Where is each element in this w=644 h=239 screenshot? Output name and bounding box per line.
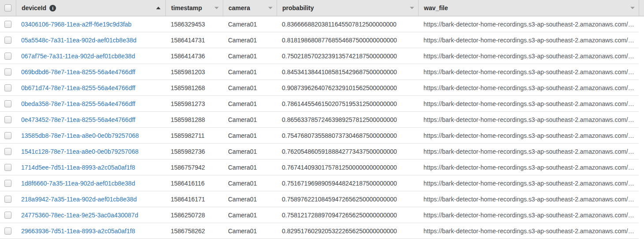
table-header: deviceId i timestamp camera probability …: [0, 0, 644, 16]
row-filler-cell: [639, 64, 644, 80]
row-filler-cell: [639, 112, 644, 128]
chevron-down-icon[interactable]: [214, 7, 219, 9]
device-id-link[interactable]: 0beda358-78e7-11ea-8255-56a4e4766dff: [21, 100, 135, 107]
probability-cell: 0.86563378572463989257812500000000: [277, 112, 418, 128]
row-filler-cell: [639, 191, 644, 207]
device-id-link[interactable]: 29663936-7d51-11ea-8993-a2c05a0af1f8: [21, 228, 135, 235]
device-id-link[interactable]: 0e473452-78e7-11ea-8255-56a4e4766dff: [21, 116, 135, 123]
camera-cell: Camera01: [223, 96, 277, 112]
column-header-timestamp[interactable]: timestamp: [165, 0, 223, 16]
chevron-down-icon[interactable]: [410, 7, 414, 9]
column-label-timestamp: timestamp: [171, 4, 202, 11]
select-all-cell: [0, 0, 16, 16]
row-checkbox[interactable]: [4, 228, 11, 235]
table-row: 05a5548c-7a31-11ea-902d-aef01cb8e38d 158…: [0, 32, 644, 48]
row-checkbox[interactable]: [4, 148, 11, 155]
column-header-probability[interactable]: probability: [277, 0, 418, 16]
device-id-link[interactable]: 069bdbd6-78e7-11ea-8255-56a4e4766dff: [21, 68, 135, 76]
wav-file-cell: https://bark-detector-home-recordings.s3…: [418, 64, 639, 80]
device-id-link[interactable]: 067af75e-7a31-11ea-902d-aef01cb8e38d: [21, 53, 135, 60]
probability-cell: 0.75167196989059448242187500000000: [277, 175, 418, 191]
column-label-camera: camera: [228, 4, 250, 11]
row-filler-cell: [639, 16, 644, 32]
select-all-checkbox[interactable]: [4, 4, 11, 11]
chevron-down-icon[interactable]: [268, 7, 273, 9]
row-checkbox[interactable]: [4, 100, 11, 107]
row-checkbox[interactable]: [4, 116, 11, 123]
probability-cell: 0.90873962640762329101562500000000: [277, 80, 418, 96]
column-header-deviceid[interactable]: deviceId i: [16, 0, 165, 16]
table-row: 069bdbd6-78e7-11ea-8255-56a4e4766dff 158…: [0, 64, 644, 80]
chevron-down-icon[interactable]: [630, 7, 635, 9]
items-table: deviceId i timestamp camera probability …: [0, 0, 644, 239]
row-checkbox[interactable]: [4, 84, 11, 91]
camera-cell: Camera01: [223, 128, 277, 144]
sort-ascending-icon: [156, 7, 161, 9]
timestamp-cell: 1585981203: [165, 64, 223, 80]
column-label-probability: probability: [282, 4, 314, 11]
row-filler-cell: [639, 223, 644, 239]
table-row: 13585db8-78e7-11ea-a8e0-0e0b79257068 158…: [0, 128, 644, 144]
table-row: 1d8f6660-7a35-11ea-902d-aef01cb8e38d 158…: [0, 175, 644, 191]
camera-cell: Camera01: [223, 191, 277, 207]
timestamp-cell: 1586329453: [165, 16, 223, 32]
row-filler-cell: [639, 159, 644, 175]
table-row: 218a9942-7a35-11ea-902d-aef01cb8e38d 158…: [0, 191, 644, 207]
probability-cell: 0.76741409301757812500000000000000: [277, 159, 418, 175]
probability-cell: 0.81819868087768554687500000000000: [277, 32, 418, 48]
probability-cell: 0.75476807355880737304687500000000: [277, 128, 418, 144]
wav-file-cell: https://bark-detector-home-recordings.s3…: [418, 128, 639, 144]
row-checkbox[interactable]: [4, 37, 11, 44]
timestamp-cell: 1585981268: [165, 80, 223, 96]
probability-cell: 0.83666688203811645507812500000000: [277, 16, 418, 32]
row-filler-cell: [639, 80, 644, 96]
wav-file-cell: https://bark-detector-home-recordings.s3…: [418, 207, 639, 223]
row-filler-cell: [639, 96, 644, 112]
timestamp-cell: 1585981288: [165, 112, 223, 128]
device-id-link[interactable]: 24775360-78ec-11ea-9e25-3ac0a430087d: [21, 212, 138, 219]
device-id-link[interactable]: 218a9942-7a35-11ea-902d-aef01cb8e38d: [21, 196, 137, 203]
table-row: 0e473452-78e7-11ea-8255-56a4e4766dff 158…: [0, 112, 644, 128]
row-checkbox[interactable]: [4, 68, 11, 76]
device-id-link[interactable]: 1714d5ee-7d51-11ea-8993-a2c05a0af1f8: [21, 164, 135, 171]
camera-cell: Camera01: [223, 32, 277, 48]
device-id-link[interactable]: 1541c128-78e7-11ea-a8e0-0e0b79257068: [21, 148, 139, 155]
table-row: 0beda358-78e7-11ea-8255-56a4e4766dff 158…: [0, 96, 644, 112]
timestamp-cell: 1586416171: [165, 191, 223, 207]
row-checkbox[interactable]: [4, 53, 11, 60]
row-checkbox[interactable]: [4, 21, 11, 28]
row-filler-cell: [639, 128, 644, 144]
row-checkbox[interactable]: [4, 164, 11, 171]
row-checkbox[interactable]: [4, 132, 11, 139]
timestamp-cell: 1586414731: [165, 32, 223, 48]
device-id-link[interactable]: 1d8f6660-7a35-11ea-902d-aef01cb8e38d: [21, 180, 135, 187]
probability-cell: 0.76205486059188842773437500000000: [277, 144, 418, 159]
row-filler-cell: [639, 32, 644, 48]
wav-file-cell: https://bark-detector-home-recordings.s3…: [418, 112, 639, 128]
wav-file-cell: https://bark-detector-home-recordings.s3…: [418, 159, 639, 175]
row-checkbox[interactable]: [4, 196, 11, 203]
probability-cell: 0.78614455461502075195312500000000: [277, 96, 418, 112]
camera-cell: Camera01: [223, 144, 277, 159]
device-id-link[interactable]: 03406106-7968-11ea-a2ff-f6e19c9d3fab: [21, 21, 131, 28]
row-checkbox[interactable]: [4, 212, 11, 219]
row-filler-cell: [639, 48, 644, 64]
timestamp-cell: 1586414736: [165, 48, 223, 64]
wav-file-cell: https://bark-detector-home-recordings.s3…: [418, 80, 639, 96]
camera-cell: Camera01: [223, 223, 277, 239]
device-id-link[interactable]: 13585db8-78e7-11ea-a8e0-0e0b79257068: [21, 132, 139, 139]
row-checkbox[interactable]: [4, 180, 11, 187]
timestamp-cell: 1586757942: [165, 159, 223, 175]
device-id-link[interactable]: 05a5548c-7a31-11ea-902d-aef01cb8e38d: [21, 37, 136, 44]
table-row: 03406106-7968-11ea-a2ff-f6e19c9d3fab 158…: [0, 16, 644, 32]
table-row: 0b671d74-78e7-11ea-8255-56a4e4766dff 158…: [0, 80, 644, 96]
table-row: 067af75e-7a31-11ea-902d-aef01cb8e38d 158…: [0, 48, 644, 64]
probability-cell: 0.82951760292053222656250000000000: [277, 223, 418, 239]
column-header-wav-file[interactable]: wav_file: [418, 0, 639, 16]
timestamp-cell: 1585982711: [165, 128, 223, 144]
info-icon[interactable]: i: [49, 5, 56, 11]
device-id-link[interactable]: 0b671d74-78e7-11ea-8255-56a4e4766dff: [21, 84, 135, 91]
column-header-camera[interactable]: camera: [223, 0, 277, 16]
table-row: 29663936-7d51-11ea-8993-a2c05a0af1f8 158…: [0, 223, 644, 239]
wav-file-cell: https://bark-detector-home-recordings.s3…: [418, 16, 639, 32]
